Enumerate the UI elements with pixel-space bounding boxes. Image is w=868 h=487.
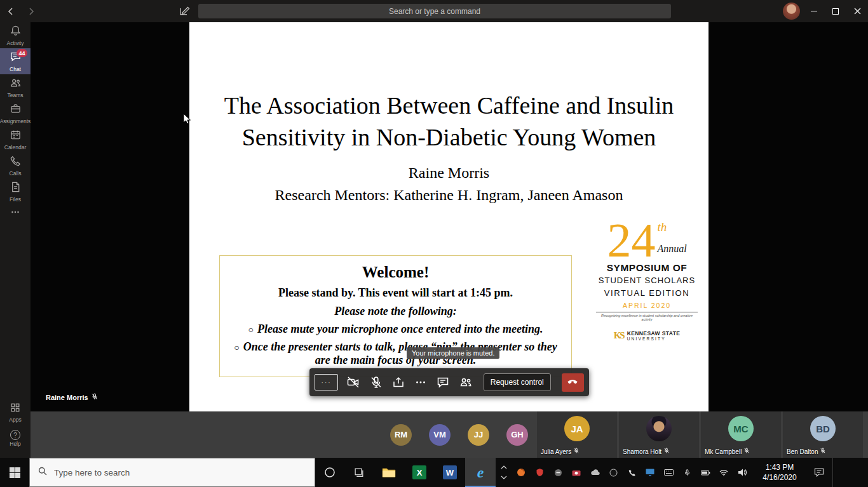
shield-icon[interactable] (534, 467, 545, 477)
internet-explorer-icon[interactable]: e (465, 458, 496, 487)
taskbar-clock[interactable]: 1:43 PM 4/16/2020 (754, 462, 806, 483)
maximize-button[interactable] (825, 0, 846, 22)
sidebar-item-label: Help (10, 441, 20, 447)
welcome-note: Please note the following: (226, 305, 565, 318)
sidebar-item-label: Activity (7, 40, 24, 46)
calendar-icon (10, 129, 22, 143)
task-view-icon[interactable] (344, 458, 374, 487)
chat-unread-badge: 44 (17, 49, 27, 57)
volume-icon[interactable] (737, 467, 747, 477)
sidebar-item-chat[interactable]: 44 Chat (0, 48, 31, 74)
participant-bubble[interactable]: RM (390, 424, 412, 446)
welcome-bullet: ○Once the presenter starts to talk, plea… (226, 340, 565, 367)
keyboard-icon[interactable] (663, 467, 674, 477)
camera-off-icon[interactable] (346, 375, 360, 390)
help-icon: ? (10, 430, 20, 440)
participant-photo (646, 416, 672, 441)
slide-title: The Association Between Caffeine and Ins… (189, 90, 709, 153)
sidebar-item-activity[interactable]: Activity (0, 22, 31, 48)
sidebar-item-label: Calendar (4, 144, 27, 150)
sidebar-item-files[interactable]: Files (0, 178, 31, 204)
status-icon[interactable] (553, 467, 563, 477)
hangup-button[interactable] (562, 373, 584, 392)
word-icon[interactable]: W (435, 458, 465, 487)
symposium-tagline: Recognizing excellence in student schola… (596, 314, 698, 321)
bell-icon (10, 25, 22, 39)
sidebar-item-calendar[interactable]: Calendar (0, 126, 31, 152)
participant-tile[interactable]: BD Ben Dalton (783, 411, 863, 458)
excel-icon[interactable]: X (404, 458, 435, 487)
cortana-icon[interactable] (315, 458, 344, 487)
teams-icon (10, 77, 22, 91)
participant-tile[interactable]: MC Mk Campbell (701, 411, 781, 458)
slide-author: Raine Morris (189, 164, 709, 182)
battery-icon[interactable] (700, 467, 710, 477)
request-control-button[interactable]: Request control (484, 373, 551, 391)
participant-tile[interactable]: JA Julia Ayers (537, 411, 617, 458)
avatar: MC (728, 416, 754, 441)
sidebar-item-assignments[interactable]: Assignments (0, 100, 31, 126)
start-button[interactable] (0, 458, 29, 487)
bullet-marker: ○ (248, 325, 254, 335)
chat-icon[interactable] (436, 375, 450, 390)
participant-name: Julia Ayers (541, 448, 571, 455)
cloud-icon[interactable] (590, 467, 600, 477)
sidebar-item-teams[interactable]: Teams (0, 74, 31, 100)
command-search-input[interactable] (198, 4, 671, 18)
assignments-icon (10, 103, 22, 117)
taskbar-search[interactable] (29, 458, 315, 487)
participant-bubble[interactable]: VM (429, 424, 451, 446)
participant-bubble[interactable]: JJ (468, 424, 489, 446)
mic-off-icon (573, 448, 580, 455)
apps-icon (10, 402, 21, 416)
symposium-logo-block: 24 th Annual SYMPOSIUM OF STUDENT SCHOLA… (596, 220, 698, 341)
university-name: KENNESAW STATE (627, 330, 681, 337)
participant-name: Shamora Holt (623, 448, 661, 455)
sidebar-item-more[interactable] (0, 204, 31, 222)
new-chat-icon[interactable] (179, 5, 190, 18)
phone-icon[interactable] (627, 467, 637, 477)
meeting-control-bar: ··· Request control (309, 368, 589, 396)
participant-bubble[interactable]: GH (506, 424, 528, 446)
symposium-line1: SYMPOSIUM OF (596, 262, 698, 274)
participant-name: Ben Dalton (787, 448, 818, 455)
university-name2: UNIVERSITY (627, 337, 681, 341)
mic-icon[interactable] (682, 467, 692, 477)
firefox-icon[interactable] (516, 467, 526, 477)
close-button[interactable] (846, 0, 868, 22)
divider (596, 312, 698, 312)
clock-time: 1:43 PM (754, 462, 806, 472)
hidden-icons-chevron[interactable] (498, 465, 510, 479)
taskbar-search-input[interactable] (54, 468, 295, 477)
minimize-button[interactable] (803, 0, 825, 22)
symposium-line2: STUDENT SCHOLARS (596, 276, 698, 285)
forward-icon[interactable] (25, 6, 37, 17)
file-explorer-icon[interactable] (374, 458, 404, 487)
app-icon[interactable] (608, 467, 618, 477)
display-icon[interactable] (645, 467, 655, 477)
sidebar-item-label: Assignments (0, 118, 31, 124)
network-icon[interactable] (719, 467, 729, 477)
camera-icon[interactable] (571, 467, 581, 477)
more-options-icon[interactable] (414, 375, 428, 390)
ksu-logo-icon: KS (614, 330, 624, 341)
hangup-icon (566, 375, 579, 390)
clock-date: 4/16/2020 (754, 472, 806, 483)
participant-tile[interactable]: Shamora Holt (619, 411, 699, 458)
participants-icon[interactable] (458, 375, 472, 390)
title-bar (0, 0, 868, 22)
mic-muted-tooltip: Your microphone is muted. (407, 347, 499, 359)
windows-taskbar: X W e (0, 458, 868, 487)
back-icon[interactable] (5, 6, 17, 17)
user-avatar[interactable] (783, 3, 800, 20)
sidebar-item-calls[interactable]: Calls (0, 152, 31, 178)
sidebar-item-apps[interactable]: Apps (0, 399, 31, 425)
show-desktop-button[interactable] (832, 458, 836, 487)
sidebar-item-help[interactable]: ? Help (0, 425, 31, 451)
mic-off-icon[interactable] (369, 375, 383, 390)
action-center-icon[interactable] (806, 458, 832, 487)
meeting-timer: ··· (315, 374, 338, 390)
slide-mentors: Research Mentors: Katherine H. Ingram, J… (189, 187, 709, 204)
sidebar-item-label: Teams (7, 92, 23, 98)
share-screen-icon[interactable] (391, 375, 405, 390)
